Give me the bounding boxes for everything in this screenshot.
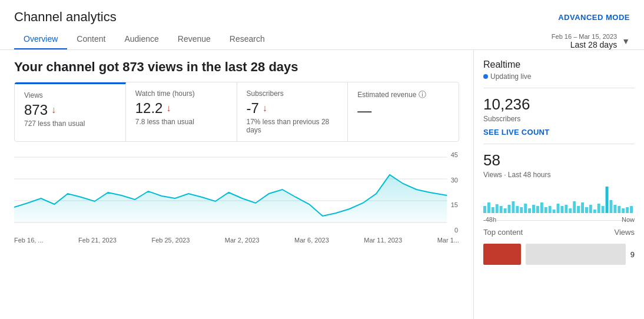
svg-rect-40	[630, 206, 633, 213]
svg-rect-31	[593, 210, 596, 213]
svg-rect-38	[622, 208, 625, 213]
live-dot	[483, 74, 488, 79]
mini-chart-label-end: Now	[622, 216, 635, 223]
svg-rect-4	[483, 206, 486, 213]
metric-change-views: 727 less than usual	[24, 119, 116, 128]
top-content-views-header: Views	[615, 228, 635, 237]
realtime-subscribers-count: 10,236	[483, 95, 635, 114]
svg-rect-36	[613, 205, 616, 213]
chart-date-1: Feb 16, ...	[14, 237, 44, 244]
metric-value-views: 873 ↓	[24, 102, 116, 118]
svg-rect-28	[581, 202, 584, 213]
svg-rect-32	[597, 204, 600, 213]
metric-value-subscribers: -7 ↓	[247, 100, 338, 117]
realtime-title: Realtime	[483, 59, 635, 70]
svg-rect-15	[528, 208, 531, 213]
see-live-count-button[interactable]: SEE LIVE COUNT	[483, 128, 635, 137]
svg-rect-12	[516, 206, 519, 213]
channel-headline: Your channel got 873 views in the last 2…	[14, 50, 459, 82]
metric-change-subscribers: 17% less than previous 28 days	[247, 118, 338, 134]
metric-card-subscribers[interactable]: Subscribers -7 ↓ 17% less than previous …	[237, 82, 348, 141]
mini-chart-labels: -48h Now	[483, 216, 635, 223]
svg-rect-6	[492, 207, 494, 213]
svg-rect-37	[618, 206, 620, 213]
svg-rect-20	[549, 206, 552, 213]
svg-rect-5	[487, 202, 490, 213]
chart-area: 45 30 15 0 Feb 16, ... Feb 21, 2023 Feb …	[14, 151, 459, 245]
svg-rect-8	[500, 206, 503, 213]
svg-rect-30	[589, 205, 592, 213]
top-content-views: 9	[630, 250, 635, 259]
realtime-subscribers-label: Subscribers	[483, 115, 635, 123]
svg-rect-11	[512, 201, 514, 213]
y-axis: 45 30 15 0	[451, 151, 459, 234]
tab-overview[interactable]: Overview	[14, 29, 67, 50]
chart-date-3: Feb 25, 2023	[151, 237, 190, 244]
info-icon-revenue[interactable]: ⓘ	[419, 89, 426, 100]
svg-rect-39	[626, 207, 629, 213]
thumbnail	[483, 244, 521, 265]
page-title: Channel analytics	[14, 9, 117, 25]
svg-rect-34	[606, 187, 609, 213]
svg-rect-14	[524, 204, 527, 213]
metric-label-subscribers: Subscribers	[247, 89, 338, 98]
live-label: Updating live	[490, 72, 531, 81]
y-label-30: 30	[451, 177, 458, 184]
realtime-live-status: Updating live	[483, 72, 635, 81]
svg-rect-9	[504, 208, 507, 213]
chart-date-4: Mar 2, 2023	[225, 237, 260, 244]
tab-content[interactable]: Content	[67, 29, 115, 50]
arrow-down-subscribers: ↓	[263, 103, 267, 114]
realtime-views-count: 58	[483, 151, 635, 170]
metric-label-watch-time: Watch time (hours)	[135, 89, 227, 98]
chart-dates: Feb 16, ... Feb 21, 2023 Feb 25, 2023 Ma…	[14, 237, 459, 244]
chart-date-6: Mar 11, 2023	[364, 237, 402, 244]
thumbnail-bar	[526, 244, 626, 265]
advanced-mode-button[interactable]: ADVANCED MODE	[558, 13, 630, 22]
svg-rect-33	[602, 206, 605, 213]
mini-chart-label-start: -48h	[483, 216, 496, 223]
chart-date-5: Mar 6, 2023	[294, 237, 329, 244]
y-label-0: 0	[451, 227, 458, 234]
y-label-45: 45	[451, 151, 458, 158]
svg-rect-19	[545, 207, 547, 213]
svg-rect-18	[540, 202, 543, 213]
svg-rect-25	[569, 208, 572, 213]
svg-rect-10	[508, 205, 511, 213]
views-chart	[14, 151, 459, 234]
top-content-header-label: Top content	[483, 228, 523, 237]
svg-rect-7	[496, 204, 499, 213]
svg-rect-35	[609, 200, 612, 213]
date-range-sub: Feb 16 – Mar 15, 2023	[552, 33, 617, 40]
date-range-main: Last 28 days	[552, 40, 617, 49]
tab-audience[interactable]: Audience	[115, 29, 168, 50]
svg-rect-24	[565, 205, 567, 213]
arrow-down-views: ↓	[51, 105, 56, 115]
svg-rect-29	[585, 207, 588, 213]
chart-date-7: Mar 1...	[437, 237, 459, 244]
date-picker-chevron[interactable]: ▼	[622, 36, 630, 46]
metric-change-watch-time: 7.8 less than usual	[135, 118, 227, 126]
svg-rect-17	[536, 206, 539, 213]
tab-revenue[interactable]: Revenue	[168, 29, 220, 50]
metric-card-revenue[interactable]: Estimated revenue ⓘ —	[348, 82, 459, 141]
realtime-views-label: Views · Last 48 hours	[483, 171, 635, 179]
chart-date-2: Feb 21, 2023	[78, 237, 117, 244]
svg-rect-23	[560, 206, 563, 213]
metric-card-watch-time[interactable]: Watch time (hours) 12.2 ↓ 7.8 less than …	[126, 82, 237, 141]
svg-rect-16	[532, 205, 535, 213]
metric-value-revenue: —	[357, 102, 449, 119]
y-label-15: 15	[451, 201, 458, 208]
top-content-row[interactable]: 9	[483, 244, 635, 265]
arrow-down-watch-time: ↓	[166, 103, 171, 114]
svg-rect-26	[573, 201, 576, 213]
metric-label-revenue: Estimated revenue ⓘ	[357, 89, 449, 100]
svg-rect-13	[520, 207, 523, 213]
metric-card-views[interactable]: Views 873 ↓ 727 less than usual	[15, 82, 126, 141]
metric-value-watch-time: 12.2 ↓	[135, 100, 227, 117]
tab-research[interactable]: Research	[220, 29, 274, 50]
svg-rect-27	[577, 206, 580, 213]
svg-rect-21	[553, 210, 556, 213]
svg-rect-22	[557, 204, 560, 213]
mini-chart: -48h Now	[483, 184, 635, 213]
